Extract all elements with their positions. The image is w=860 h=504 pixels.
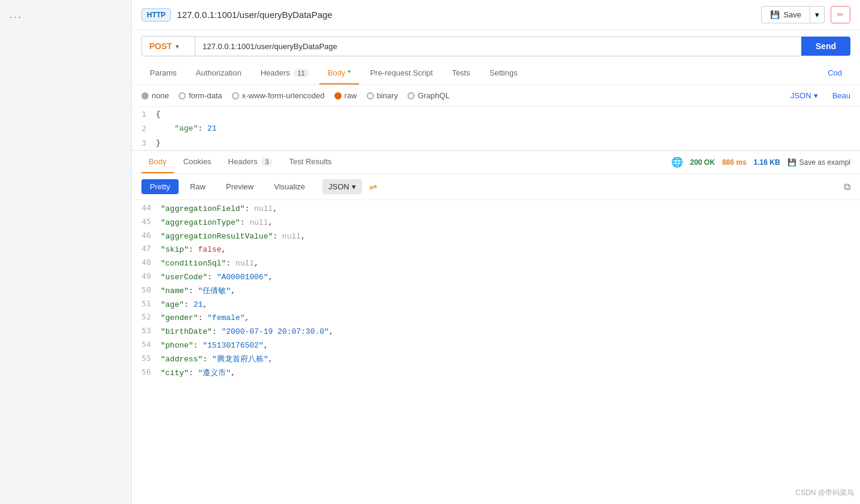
- resp-line-49: 49 "userCode": "A00001006",: [132, 271, 860, 285]
- code-line-1: 1 {: [132, 107, 860, 121]
- format-preview-button[interactable]: Preview: [217, 179, 262, 195]
- body-type-bar: none form-data x-www-form-urlencoded raw…: [132, 85, 860, 107]
- json-chevron-icon: ▾: [814, 91, 818, 100]
- status-size: 1.16 KB: [754, 158, 780, 167]
- resp-line-52: 52 "gender": "female",: [132, 312, 860, 325]
- radio-form-data-dot: [179, 92, 186, 99]
- resp-line-54: 54 "phone": "15130176502",: [132, 339, 860, 353]
- watermark: CSDN @带码菜鸟: [795, 488, 854, 498]
- save-icon: 💾: [770, 10, 780, 19]
- format-pretty-button[interactable]: Pretty: [141, 179, 179, 194]
- status-time: 886 ms: [722, 158, 747, 167]
- response-body: 44 "aggregationField": null, 45 "aggrega…: [132, 200, 860, 504]
- resp-line-45: 45 "aggregationType": null,: [132, 216, 860, 230]
- save-button[interactable]: 💾 Save: [761, 6, 810, 23]
- tab-authorization[interactable]: Authorization: [188, 62, 250, 84]
- radio-urlencoded-dot: [232, 92, 239, 99]
- tab-body[interactable]: Body ●: [319, 62, 360, 84]
- filter-icon[interactable]: ⇌: [369, 181, 377, 192]
- copy-icon[interactable]: ⧉: [844, 182, 850, 192]
- method-chevron-icon: ▾: [176, 43, 179, 50]
- method-select[interactable]: POST ▾: [141, 36, 195, 56]
- request-title: 127.0.0.1:1001/user/queryByDataPage: [177, 10, 755, 20]
- radio-form-data[interactable]: form-data: [179, 91, 222, 100]
- resp-tab-cookies[interactable]: Cookies: [176, 151, 219, 173]
- url-input[interactable]: [195, 37, 801, 56]
- request-body-editor[interactable]: 1 { 2 "age": 21 3 }: [132, 107, 860, 151]
- format-visualize-button[interactable]: Visualize: [265, 179, 314, 195]
- http-badge: HTTP: [141, 8, 171, 22]
- sidebar: ···: [0, 0, 132, 504]
- url-bar: POST ▾ Send: [132, 30, 860, 62]
- request-tabs: Params Authorization Headers 11 Body ● P…: [132, 62, 860, 85]
- resp-line-50: 50 "name": "任倩敏",: [132, 285, 860, 298]
- resp-tab-test-results[interactable]: Test Results: [282, 151, 339, 173]
- status-ok: 200 OK: [690, 158, 715, 167]
- radio-none-dot: [141, 92, 149, 99]
- resp-line-56: 56 "city": "遵义市",: [132, 367, 860, 381]
- radio-graphql-dot: [408, 92, 415, 99]
- tab-code[interactable]: Cod: [819, 62, 850, 84]
- response-section: Body Cookies Headers 3 Test Results 🌐 20…: [132, 151, 860, 504]
- code-line-3: 3 }: [132, 135, 860, 150]
- edit-button[interactable]: ✏: [831, 6, 850, 23]
- radio-binary[interactable]: binary: [367, 91, 398, 100]
- save-icon: 💾: [787, 158, 796, 167]
- tab-settings[interactable]: Settings: [481, 62, 526, 84]
- resp-line-46: 46 "aggregationResultValue": null,: [132, 230, 860, 244]
- radio-binary-dot: [367, 92, 374, 99]
- globe-icon: 🌐: [671, 156, 683, 168]
- resp-tab-headers[interactable]: Headers 3: [221, 151, 280, 173]
- response-status: 🌐 200 OK 886 ms 1.16 KB 💾 Save as exampl: [671, 156, 850, 168]
- code-line-2: 2 "age": 21: [132, 121, 860, 135]
- tab-headers[interactable]: Headers 11: [252, 62, 317, 84]
- send-button[interactable]: Send: [801, 37, 850, 56]
- json-type-selector[interactable]: JSON ▾: [790, 91, 818, 100]
- resp-tab-body[interactable]: Body: [141, 151, 174, 173]
- radio-graphql[interactable]: GraphQL: [408, 91, 449, 100]
- resp-line-55: 55 "address": "腾龙首府八栋",: [132, 353, 860, 367]
- response-tabs: Body Cookies Headers 3 Test Results 🌐 20…: [132, 151, 860, 174]
- radio-raw[interactable]: raw: [334, 91, 357, 100]
- radio-urlencoded[interactable]: x-www-form-urlencoded: [232, 91, 325, 100]
- main-content: HTTP 127.0.0.1:1001/user/queryByDataPage…: [132, 0, 860, 504]
- resp-line-47: 47 "skip": false,: [132, 243, 860, 257]
- response-format-bar: Pretty Raw Preview Visualize JSON ▾ ⇌ ⧉: [132, 174, 860, 200]
- tab-tests[interactable]: Tests: [443, 62, 478, 84]
- format-raw-button[interactable]: Raw: [181, 179, 215, 195]
- resp-line-53: 53 "birthDate": "2000-07-19 20:07:30.0",: [132, 325, 860, 339]
- topbar: HTTP 127.0.0.1:1001/user/queryByDataPage…: [132, 0, 860, 30]
- resp-line-44: 44 "aggregationField": null,: [132, 203, 860, 216]
- sidebar-menu-dots[interactable]: ···: [0, 0, 131, 34]
- chevron-down-icon: ▾: [815, 10, 819, 19]
- beautify-button[interactable]: Beau: [832, 91, 850, 100]
- resp-line-51: 51 "age": 21,: [132, 298, 860, 312]
- radio-raw-dot: [334, 92, 342, 99]
- response-json-selector[interactable]: JSON ▾: [322, 179, 362, 194]
- save-example-button[interactable]: 💾 Save as exampl: [787, 158, 850, 167]
- tab-params[interactable]: Params: [141, 62, 185, 84]
- json-resp-chevron-icon: ▾: [352, 182, 356, 191]
- resp-line-48: 48 "conditionSql": null,: [132, 257, 860, 271]
- save-dropdown-button[interactable]: ▾: [810, 6, 825, 23]
- tab-pre-request-script[interactable]: Pre-request Script: [361, 62, 441, 84]
- radio-none[interactable]: none: [141, 91, 169, 100]
- method-label: POST: [149, 41, 172, 51]
